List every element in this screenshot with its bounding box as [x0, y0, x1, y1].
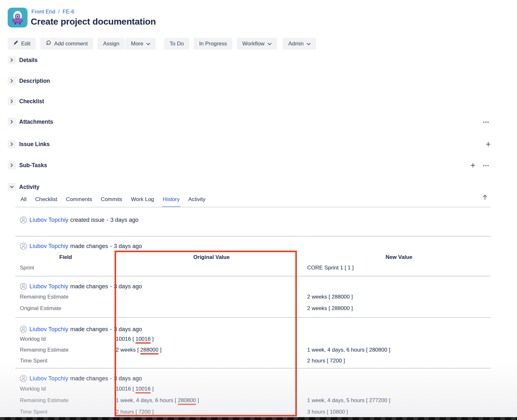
original-value-text: 10016 [: [116, 386, 135, 392]
breadcrumb-issue-link[interactable]: FE-6: [62, 9, 74, 15]
tab-comments[interactable]: Comments: [66, 196, 92, 204]
history-table-header: Field Original Value New Value: [15, 253, 491, 262]
entry-action: made changes: [70, 243, 108, 250]
chevron-down-icon: [267, 41, 272, 47]
chevron-right-icon[interactable]: [8, 97, 16, 105]
entry-time: 3 days ago: [114, 243, 142, 250]
add-comment-button[interactable]: Add comment: [40, 38, 93, 50]
page-title: Create project documentation: [31, 17, 156, 27]
red-underlined-value: 10016: [135, 336, 150, 342]
original-value-text: ]: [151, 336, 154, 342]
new-value: 2 weeks [ 288000 ]: [307, 294, 491, 300]
tab-all[interactable]: All: [20, 196, 27, 204]
section-subtasks-label: Sub-Tasks: [19, 162, 47, 169]
tab-activity[interactable]: Activity: [188, 196, 205, 204]
original-value: 2 weeks [ 288000 ]: [116, 347, 307, 353]
entry-divider: [15, 368, 491, 369]
chevron-right-icon[interactable]: [8, 56, 16, 64]
more-button-label: More: [131, 41, 143, 47]
field-name: Worklog Id: [15, 336, 116, 342]
workflow-button[interactable]: Workflow: [237, 38, 277, 50]
scroll-to-top-icon[interactable]: [482, 194, 488, 201]
red-underlined-value: 10016: [135, 386, 150, 392]
pencil-icon: [13, 40, 18, 47]
original-value: 2 hours [ 7200 ]: [116, 409, 307, 415]
chevron-right-icon[interactable]: [8, 161, 16, 169]
original-value-text: 2 hours [: [116, 409, 139, 415]
breadcrumb-project-link[interactable]: Front End: [31, 9, 55, 15]
chevron-down-icon[interactable]: [8, 183, 16, 191]
project-avatar-icon[interactable]: [8, 8, 28, 27]
tab-commits[interactable]: Commits: [101, 196, 122, 204]
section-subtasks: Sub-Tasks: [8, 161, 47, 169]
todo-button-label: To Do: [170, 41, 184, 47]
section-activity-label: Activity: [19, 184, 39, 191]
user-link[interactable]: Liubov Topchiy: [29, 375, 68, 382]
entry-time: 3 days ago: [114, 375, 142, 382]
original-value: 10016 [ 10016 ]: [116, 336, 307, 342]
original-value: 1 week, 4 days, 6 hours [ 280800 ]: [116, 397, 307, 404]
original-value-text: 1 week, 4 days, 6 hours [: [116, 397, 178, 403]
entry-dash: -: [110, 283, 112, 290]
section-checklist: Checklist: [8, 97, 44, 105]
workflow-button-label: Workflow: [242, 41, 265, 47]
user-link[interactable]: Liubov Topchiy: [29, 283, 68, 290]
field-name: Remaining Estimate: [15, 294, 116, 300]
field-name: Time Spent: [15, 358, 116, 364]
field-name: Remaining Estimate: [15, 397, 116, 404]
add-comment-button-label: Add comment: [54, 41, 88, 47]
edit-button[interactable]: Edit: [8, 38, 36, 50]
chevron-right-icon[interactable]: [8, 140, 16, 148]
todo-status-button[interactable]: To Do: [164, 38, 189, 50]
chevron-down-icon: [306, 41, 311, 47]
section-attachments: Attachments: [8, 118, 53, 126]
admin-button[interactable]: Admin: [283, 38, 316, 50]
user-link[interactable]: Liubov Topchiy: [29, 326, 68, 333]
assign-more-group: Assign More: [98, 38, 156, 50]
original-value-text: ]: [158, 347, 161, 353]
entry-divider: [15, 236, 491, 237]
field-name: Remaining Estimate: [15, 347, 116, 353]
subtasks-more-icon[interactable]: •••: [483, 164, 489, 167]
in-progress-status-button[interactable]: In Progress: [194, 38, 232, 50]
entry-dash: -: [110, 243, 112, 250]
original-value-text: 10016 [: [116, 336, 135, 342]
user-link[interactable]: Liubov Topchiy: [29, 217, 68, 223]
original-value-text: ]: [151, 386, 154, 392]
admin-button-label: Admin: [288, 41, 304, 47]
history-row: Worklog Id 10016 [ 10016 ]: [15, 334, 491, 344]
red-underlined-value: 288000: [140, 347, 159, 353]
history-entry: Liubov Topchiy created issue - 3 days ag…: [15, 216, 491, 224]
assign-button[interactable]: Assign: [98, 38, 125, 50]
new-value: 1 week, 4 days, 6 hours [ 280800 ]: [307, 347, 491, 353]
subtasks-add-icon[interactable]: +: [470, 161, 475, 169]
history-row: Worklog Id 10016 [ 10016 ]: [15, 384, 491, 394]
tab-checklist[interactable]: Checklist: [35, 196, 57, 204]
user-avatar-icon: [20, 283, 27, 290]
entry-action: created issue: [70, 217, 105, 223]
attachments-more-icon[interactable]: •••: [483, 120, 489, 124]
history-entry: Liubov Topchiy made changes - 3 days ago…: [15, 375, 491, 417]
tab-history[interactable]: History: [163, 196, 180, 204]
column-header-new-value: New Value: [307, 254, 491, 261]
history-row: Original Estimate 2 weeks [ 288000 ]: [15, 304, 491, 313]
user-link[interactable]: Liubov Topchiy: [29, 243, 68, 250]
entry-time: 3 days ago: [114, 283, 142, 290]
entry-dash: -: [110, 375, 112, 382]
history-row: Time Spent 2 hours [ 7200 ]: [15, 356, 491, 366]
entry-header: Liubov Topchiy made changes - 3 days ago: [15, 325, 491, 333]
tab-work-log[interactable]: Work Log: [131, 196, 154, 204]
chevron-right-icon[interactable]: [8, 118, 16, 126]
section-issue-links: Issue Links: [8, 140, 50, 148]
assign-button-label: Assign: [103, 41, 119, 47]
section-issue-links-label: Issue Links: [19, 141, 50, 148]
entry-dash: -: [110, 326, 112, 333]
entry-divider: [15, 317, 491, 318]
section-activity: Activity: [8, 183, 39, 191]
issue-links-add-icon[interactable]: +: [486, 140, 491, 148]
more-button[interactable]: More: [125, 38, 156, 50]
field-name: Time Spent: [15, 409, 116, 415]
history-entry: Liubov Topchiy made changes - 3 days ago…: [15, 283, 491, 313]
chevron-right-icon[interactable]: [8, 77, 16, 85]
entry-action: made changes: [70, 326, 108, 333]
